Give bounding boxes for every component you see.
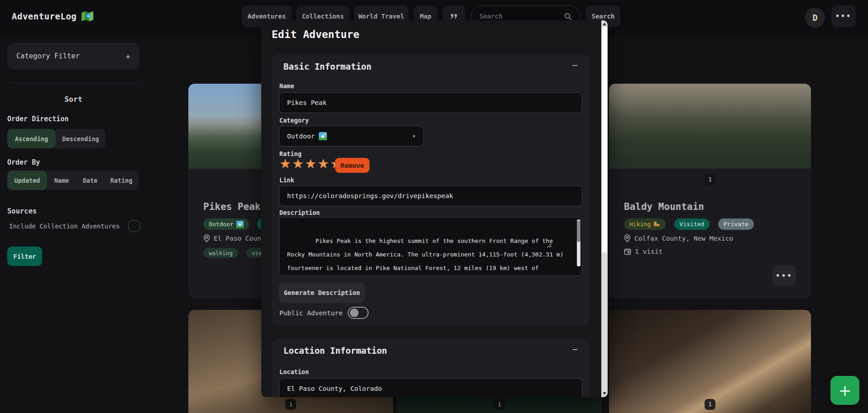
category-filter-label: Category Filter [16,52,125,60]
public-adventure-label: Public Adventure [279,309,343,317]
scroll-up-icon[interactable] [603,23,606,25]
brand[interactable]: AdventureLog [12,11,94,22]
order-by-updated[interactable]: Updated [7,171,47,190]
activity-badge: Hiking [624,218,666,230]
map-logo-icon [81,11,94,22]
section-title: Location Information [283,346,387,356]
category-value: Outdoor [287,133,315,140]
toggle-knob [350,309,359,317]
image-count-badge: 1 [705,174,715,185]
quote-icon [451,14,458,19]
brand-label: AdventureLog [12,11,77,21]
adventure-card-baldy-mountain[interactable]: 1 Baldy Mountain Hiking Visited Private … [609,84,811,299]
star-rating[interactable]: ★★★★★ [279,157,343,171]
star-icon[interactable]: ★ [305,156,317,171]
location-row: Colfax County, New Mexico [624,234,733,242]
plus-icon[interactable]: + [125,52,130,61]
edit-adventure-modal: Edit Adventure Basic Information − Name … [261,20,608,397]
ellipsis-icon: ••• [776,271,793,280]
image-count-badge: 1 [705,399,715,410]
name-label: Name [279,82,294,90]
remove-rating-button[interactable]: Remove [335,158,369,173]
avatar[interactable]: D [805,8,825,28]
option-label: Rating [110,177,133,184]
add-adventure-fab[interactable]: + [830,376,859,405]
badge-label: Visited [680,221,705,228]
filter-button[interactable]: Filter [7,247,42,266]
image-count-badge: 1 [494,399,505,410]
tag-chip: walking [203,248,238,258]
nav-item-label: Map [420,13,431,20]
sort-heading: Sort [7,95,139,104]
map-pin-icon [624,234,631,242]
resize-grip-icon[interactable] [546,217,581,275]
generate-label: Generate Description [284,289,360,296]
basic-information-section: Basic Information − Name Pikes Peak Cate… [272,54,590,327]
order-direction-descending[interactable]: Descending [56,129,106,148]
ellipsis-icon: ••• [835,12,852,20]
link-label: Link [279,176,294,184]
public-adventure-toggle[interactable] [348,307,369,319]
image-count-badge: 1 [285,399,296,410]
location-information-section: Location Information − Location El Paso … [272,338,590,397]
badge-label: Private [724,221,748,228]
map-pin-icon [203,234,210,242]
card-image [609,310,811,413]
search-input[interactable] [480,13,564,20]
star-icon[interactable]: ★ [279,156,291,171]
category-label: Category [279,117,309,124]
star-icon[interactable]: ★ [317,156,329,171]
landscape-icon [236,221,244,228]
privacy-badge: Private [718,218,754,230]
description-textarea[interactable]: Pikes Peak is the highest summit of the … [279,217,582,276]
card-title[interactable]: Baldy Mountain [624,201,704,212]
navbar-more-button[interactable]: ••• [831,5,856,27]
count-value: 1 [498,401,501,408]
include-collection-checkbox[interactable] [128,220,140,232]
hiking-boot-icon [653,221,660,227]
location-label: Location [279,368,309,375]
search-button-label: Search [592,13,615,20]
card-title[interactable]: Pikes Peak [203,201,260,212]
category-badge: Outdoor [203,218,249,230]
description-value: Pikes Peak is the highest summit of the … [287,237,567,276]
include-collection-label: Include Collection Adventures [9,223,120,230]
visited-badge: Visited [674,218,710,230]
star-icon[interactable]: ★ [292,156,304,171]
collapse-icon[interactable]: − [572,344,578,355]
filter-button-label: Filter [13,253,36,260]
scroll-down-icon[interactable] [603,392,606,395]
name-input[interactable]: Pikes Peak [279,92,582,113]
order-by-name[interactable]: Name [47,171,76,190]
category-select[interactable]: Outdoor ▾ [279,126,424,147]
count-value: 1 [708,401,711,408]
order-by-date[interactable]: Date [76,171,104,190]
location-input[interactable]: El Paso County, Colorado [279,378,582,397]
landscape-icon [319,132,327,140]
collapse-icon[interactable]: − [572,60,578,71]
avatar-initial: D [812,13,817,23]
order-direction-ascending[interactable]: Ascending [7,129,56,148]
order-direction-group: Ascending Descending [7,129,106,148]
generate-description-button[interactable]: Generate Description [279,282,365,303]
badge-row: Hiking Visited Private [624,218,758,230]
calendar-icon [624,248,631,255]
name-value: Pikes Peak [287,99,326,106]
modal-scrollbar-thumb[interactable] [602,27,607,252]
category-filter-box[interactable]: Category Filter + [7,43,139,69]
card-more-button[interactable]: ••• [772,266,796,286]
order-by-rating[interactable]: Rating [104,171,139,190]
plus-icon: + [839,381,852,399]
order-direction-label: Order Direction [7,115,68,123]
modal-scrollbar[interactable] [601,20,608,397]
chevron-down-icon: ▾ [412,133,416,139]
description-label: Description [279,209,320,216]
option-label: Updated [14,177,40,184]
adventure-card-bottom-right[interactable]: 1 [609,310,811,413]
adventurelog-app: AdventureLog Adventures Collections Worl… [0,0,868,413]
option-label: Descending [62,135,99,142]
location-text: Colfax County, New Mexico [634,235,733,242]
sidebar-divider [9,83,141,83]
link-input[interactable]: https://coloradosprings.gov/drivepikespe… [279,185,582,206]
link-value: https://coloradosprings.gov/drivepikespe… [287,192,453,199]
